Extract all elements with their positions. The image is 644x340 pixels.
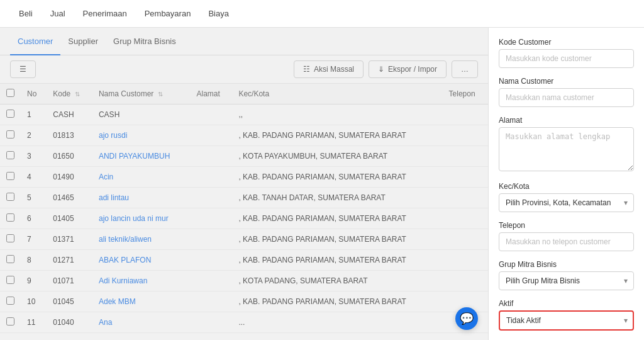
table-row: 6 01405 ajo lancin uda ni mur , KAB. PAD… — [0, 208, 488, 229]
row-nama[interactable]: ajo lancin uda ni mur — [92, 208, 191, 229]
chat-bubble-button[interactable]: 💬 — [455, 307, 478, 330]
row-checkbox[interactable] — [6, 234, 14, 242]
row-checkbox[interactable] — [6, 276, 14, 284]
row-checkbox[interactable] — [6, 213, 14, 222]
row-nama[interactable]: ABAK PLAFON — [92, 250, 191, 271]
row-nama[interactable]: Adi Kurniawan — [92, 271, 191, 292]
left-panel: Customer Supplier Grup Mitra Bisnis ☰ ☷ … — [0, 28, 488, 340]
row-nama: CASH — [92, 105, 191, 125]
row-checkbox[interactable] — [6, 151, 14, 159]
row-telepon — [443, 250, 488, 271]
row-checkbox[interactable] — [6, 130, 14, 139]
kec-kota-select[interactable]: Pilih Provinsi, Kota, Kecamatan — [499, 193, 634, 212]
nav-beli[interactable]: Beli — [10, 0, 42, 28]
row-nama[interactable]: Adek MBM — [92, 292, 191, 312]
row-checkbox[interactable] — [6, 172, 14, 180]
table-row: 2 01813 ajo rusdi , KAB. PADANG PARIAMAN… — [0, 125, 488, 146]
table-body: 1 CASH CASH ,, 2 01813 ajo rusdi , KAB. … — [0, 105, 488, 333]
aktif-field: Aktif Semua Aktif Tidak Aktif — [499, 299, 634, 331]
nav-penerimaan[interactable]: Penerimaan — [74, 0, 136, 28]
row-nama[interactable]: ANDI PAYAKUMBUH — [92, 146, 191, 167]
row-kode: CASH — [47, 105, 92, 125]
row-checkbox-cell[interactable] — [0, 167, 21, 188]
row-nama[interactable]: ali teknik/aliwen — [92, 229, 191, 250]
tab-grup-mitra-bisnis[interactable]: Grup Mitra Bisnis — [106, 28, 184, 55]
nav-jual[interactable]: Jual — [42, 0, 74, 28]
header-checkbox[interactable] — [0, 84, 21, 105]
telepon-label: Telepon — [499, 221, 634, 230]
main-container: Customer Supplier Grup Mitra Bisnis ☰ ☷ … — [0, 28, 644, 340]
row-checkbox-cell[interactable] — [0, 105, 21, 125]
nav-pembayaran[interactable]: Pembayaran — [136, 0, 200, 28]
row-no: 11 — [21, 312, 47, 333]
row-alamat — [191, 208, 233, 229]
table-row: 9 01071 Adi Kurniawan , KOTA PADANG, SUM… — [0, 271, 488, 292]
aktif-select[interactable]: Semua Aktif Tidak Aktif — [499, 310, 634, 331]
row-telepon — [443, 229, 488, 250]
row-checkbox-cell[interactable] — [0, 292, 21, 312]
header-kec-kota: Kec/Kota — [232, 84, 442, 105]
row-alamat — [191, 229, 233, 250]
row-checkbox[interactable] — [6, 297, 14, 305]
row-checkbox-cell[interactable] — [0, 146, 21, 167]
header-no: No — [21, 84, 47, 105]
row-no: 9 — [21, 271, 47, 292]
tab-supplier[interactable]: Supplier — [60, 28, 106, 55]
row-nama[interactable]: ajo rusdi — [92, 125, 191, 146]
grup-mitra-bisnis-field: Grup Mitra Bisnis Pilih Grup Mitra Bisni… — [499, 260, 634, 290]
header-kode[interactable]: Kode ⇅ — [47, 84, 92, 105]
row-kec-kota: , KAB. PADANG PARIAMAN, SUMATERA BARAT — [232, 250, 442, 271]
aksi-massal-button[interactable]: ☷ Aksi Massal — [294, 60, 364, 78]
sort-nama-icon: ⇅ — [158, 91, 163, 98]
grup-mitra-bisnis-select-wrap: Pilih Grup Mitra Bisnis — [499, 271, 634, 290]
row-kec-kota: , KOTA PAYAKUMBUH, SUMATERA BARAT — [232, 146, 442, 167]
row-checkbox-cell[interactable] — [0, 208, 21, 229]
row-alamat — [191, 312, 233, 333]
row-checkbox[interactable] — [6, 110, 14, 118]
row-nama[interactable]: Acin — [92, 167, 191, 188]
row-kode: 01071 — [47, 271, 92, 292]
kec-kota-select-wrap: Pilih Provinsi, Kota, Kecamatan — [499, 193, 634, 212]
table-row: 10 01045 Adek MBM , KAB. PADANG PARIAMAN… — [0, 292, 488, 312]
row-nama[interactable]: adi lintau — [92, 188, 191, 208]
row-no: 3 — [21, 146, 47, 167]
row-checkbox[interactable] — [6, 193, 14, 201]
aksi-massal-icon: ☷ — [303, 65, 310, 74]
row-kec-kota: , KOTA PADANG, SUMATERA BARAT — [232, 271, 442, 292]
row-kec-kota: , KAB. PADANG PARIAMAN, SUMATERA BARAT — [232, 167, 442, 188]
row-checkbox-cell[interactable] — [0, 188, 21, 208]
row-no: 2 — [21, 125, 47, 146]
header-alamat: Alamat — [191, 84, 233, 105]
row-checkbox-cell[interactable] — [0, 271, 21, 292]
table-row: 8 01271 ABAK PLAFON , KAB. PADANG PARIAM… — [0, 250, 488, 271]
table-row: 4 01490 Acin , KAB. PADANG PARIAMAN, SUM… — [0, 167, 488, 188]
row-checkbox-cell[interactable] — [0, 229, 21, 250]
more-options-button[interactable]: … — [452, 60, 478, 78]
row-kode: 01271 — [47, 250, 92, 271]
ekspor-impor-button[interactable]: ⇓ Ekspor / Impor — [369, 60, 447, 78]
right-panel: Kode Customer Nama Customer Alamat Kec/K… — [488, 28, 644, 340]
aktif-select-wrap: Semua Aktif Tidak Aktif — [499, 310, 634, 331]
list-view-button[interactable]: ☰ — [10, 60, 36, 78]
select-all-checkbox[interactable] — [6, 89, 14, 97]
grup-mitra-bisnis-select[interactable]: Pilih Grup Mitra Bisnis — [499, 271, 634, 290]
row-checkbox[interactable] — [6, 255, 14, 263]
row-checkbox-cell[interactable] — [0, 312, 21, 333]
row-no: 1 — [21, 105, 47, 125]
tab-customer[interactable]: Customer — [10, 28, 60, 55]
nav-biaya[interactable]: Biaya — [199, 0, 238, 28]
telepon-input[interactable] — [499, 232, 634, 251]
row-checkbox[interactable] — [6, 317, 14, 326]
more-icon: … — [461, 65, 469, 74]
row-checkbox-cell[interactable] — [0, 125, 21, 146]
alamat-label: Alamat — [499, 116, 634, 125]
sort-kode-icon: ⇅ — [75, 91, 80, 98]
alamat-field: Alamat — [499, 116, 634, 173]
row-checkbox-cell[interactable] — [0, 250, 21, 271]
alamat-textarea[interactable] — [499, 127, 634, 171]
row-nama[interactable]: Ana — [92, 312, 191, 333]
kode-customer-field: Kode Customer — [499, 38, 634, 68]
nama-customer-input[interactable] — [499, 88, 634, 107]
header-nama-customer[interactable]: Nama Customer ⇅ — [92, 84, 191, 105]
kode-customer-input[interactable] — [499, 49, 634, 68]
